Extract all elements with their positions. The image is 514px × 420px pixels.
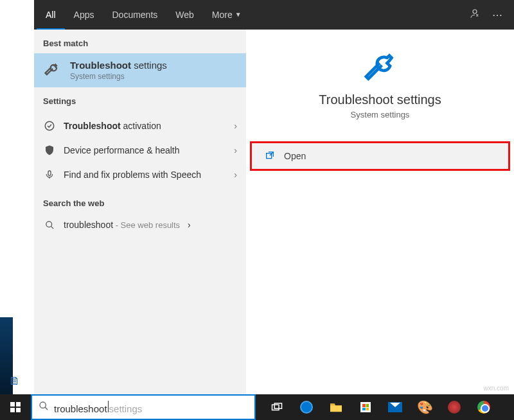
search-value: troubleshoot [54, 403, 107, 414]
preview-title: Troubleshoot settings [246, 92, 514, 107]
open-label: Open [284, 151, 306, 161]
paint-button[interactable]: 🎨 [410, 394, 439, 420]
best-match-subtitle: System settings [70, 72, 167, 81]
preview-subtitle: System settings [246, 110, 514, 119]
settings-item-label: Device performance & health [64, 145, 226, 155]
mail-button[interactable] [380, 394, 410, 420]
wrench-icon [43, 60, 61, 81]
open-icon [265, 150, 275, 162]
settings-item-speech[interactable]: Find and fix problems with Speech › [34, 162, 246, 187]
microphone-icon [43, 169, 56, 180]
chevron-right-icon: › [234, 145, 237, 155]
section-best-match: Best match [34, 30, 246, 53]
svg-point-3 [46, 221, 51, 227]
chrome-button[interactable] [469, 394, 499, 420]
svg-rect-6 [272, 405, 279, 410]
start-button[interactable] [0, 394, 31, 420]
edge-browser-button[interactable] [292, 394, 321, 420]
settings-item-activation[interactable]: Troubleshoot activation › [34, 114, 246, 138]
settings-item-device-health[interactable]: Device performance & health › [34, 138, 246, 162]
chevron-down-icon: ▼ [235, 0, 242, 30]
store-icon [360, 402, 371, 412]
svg-rect-7 [274, 403, 281, 408]
chevron-right-icon: › [234, 121, 237, 131]
best-match-item[interactable]: Troubleshoot settings System settings [34, 53, 246, 87]
search-filter-bar: All Apps Documents Web More ▼ ⋯ [34, 0, 514, 30]
filter-tab-apps[interactable]: Apps [65, 0, 103, 30]
open-button[interactable]: Open [250, 141, 510, 171]
feedback-icon[interactable] [469, 8, 481, 22]
taskbar: troubleshoot settings 🎨 [0, 394, 514, 420]
svg-rect-2 [48, 171, 51, 175]
chevron-right-icon: › [188, 220, 191, 230]
search-icon [39, 401, 49, 414]
task-view-button[interactable] [262, 394, 292, 420]
snip-icon [448, 401, 461, 414]
text-cursor [108, 401, 109, 412]
taskbar-search-box[interactable]: troubleshoot settings [31, 394, 256, 420]
best-match-title: Troubleshoot settings [70, 60, 167, 71]
shield-icon [43, 144, 56, 156]
svg-point-1 [45, 121, 54, 130]
result-preview-panel: Troubleshoot settings System settings Op… [246, 30, 514, 394]
settings-item-label: Find and fix problems with Speech [64, 170, 226, 180]
preview-wrench-icon [246, 49, 514, 85]
svg-point-0 [473, 10, 477, 13]
settings-item-label: Troubleshoot activation [64, 121, 226, 131]
section-settings: Settings [34, 87, 246, 111]
file-explorer-button[interactable] [321, 394, 351, 420]
filter-more-label: More [212, 0, 233, 30]
search-placeholder-tail: settings [109, 403, 143, 414]
svg-rect-8 [330, 404, 335, 406]
more-options-icon[interactable]: ⋯ [492, 9, 502, 21]
web-search-item[interactable]: troubleshoot - See web results › [34, 213, 246, 236]
snip-button[interactable] [439, 394, 469, 420]
microsoft-store-button[interactable] [351, 394, 380, 420]
web-search-label: troubleshoot - See web results [64, 220, 180, 230]
section-search-web: Search the web [34, 189, 246, 213]
search-icon [43, 220, 56, 230]
chevron-right-icon: › [234, 170, 237, 180]
filter-tab-more[interactable]: More ▼ [203, 0, 251, 30]
check-circle-icon [43, 120, 56, 132]
search-input-wrapper[interactable]: troubleshoot settings [54, 401, 248, 414]
desktop-file-icon[interactable]: 🗎 [9, 374, 21, 388]
mail-icon [388, 402, 402, 412]
search-results-panel: Best match Troubleshoot settings System … [34, 30, 246, 394]
filter-tab-all[interactable]: All [37, 0, 65, 30]
svg-point-5 [40, 402, 46, 408]
edge-icon [300, 401, 313, 414]
watermark: wxn.com [484, 385, 509, 392]
filter-tab-web[interactable]: Web [166, 0, 203, 30]
filter-tab-documents[interactable]: Documents [103, 0, 166, 30]
chrome-icon [477, 401, 490, 414]
windows-logo-icon [10, 402, 21, 412]
